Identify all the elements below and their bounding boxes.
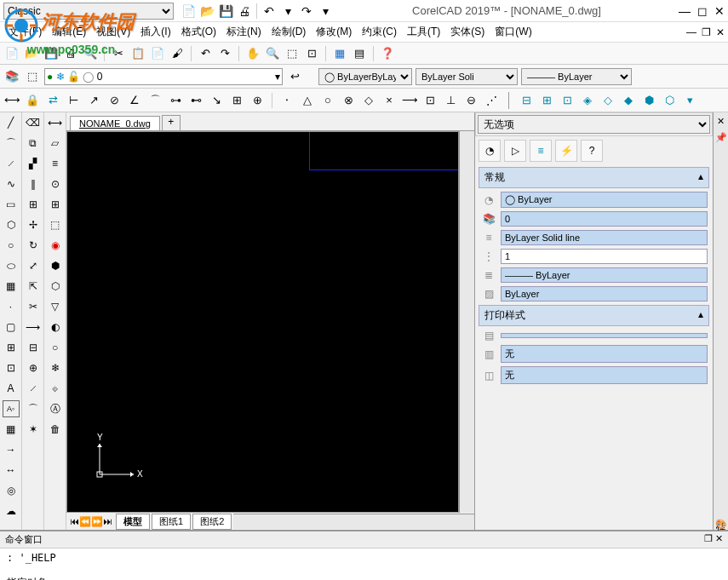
purge-button[interactable]: 🗑 [47, 421, 64, 438]
calc-button[interactable]: ⊞ [47, 196, 64, 213]
prop-list-button[interactable]: ≡ [530, 140, 552, 162]
dim-angular-button[interactable]: ∠ [126, 92, 143, 109]
view-more-button[interactable]: ▾ [681, 92, 698, 109]
prop-linetype-value[interactable]: ByLayer Solid line [501, 230, 708, 245]
dim-style-button[interactable]: ⟐ [47, 380, 64, 397]
prop-color-value[interactable]: ◯ ByLayer [501, 192, 708, 208]
vertical-scrollbar[interactable] [459, 131, 474, 513]
copy-button[interactable]: 📋 [129, 45, 146, 62]
snap-node-button[interactable]: ⊗ [340, 92, 357, 109]
fillet-button[interactable]: ⌒ [25, 400, 42, 417]
spline-button[interactable]: ∿ [3, 175, 20, 192]
select-button[interactable]: ⬚ [47, 216, 64, 233]
new-button[interactable]: 📄 [3, 45, 20, 62]
redo-dropdown-icon[interactable]: ▾ [318, 3, 333, 19]
horizontal-scrollbar[interactable] [233, 514, 474, 529]
extend-button[interactable]: ⟶ [25, 319, 42, 336]
section-print[interactable]: 打印样式▴ [479, 305, 709, 326]
snap-tangent-button[interactable]: ⊖ [462, 92, 479, 109]
dim-radius-button[interactable]: ↗ [85, 92, 102, 109]
help-button[interactable]: ❓ [379, 45, 396, 62]
menu-window[interactable]: 窗口(W) [490, 23, 536, 41]
undo-dropdown-icon[interactable]: ▾ [280, 3, 295, 19]
undo-button[interactable]: ↶ [197, 45, 214, 62]
cut-button[interactable]: ✂ [110, 45, 127, 62]
prop-filter-button[interactable]: ⚡ [555, 140, 577, 162]
view-swiso-button[interactable]: ◇ [599, 92, 616, 109]
qselect-button[interactable]: ◉ [47, 237, 64, 254]
text-button[interactable]: A [3, 380, 20, 397]
prop-layer-value[interactable]: 0 [501, 211, 708, 227]
array-button[interactable]: ⊞ [25, 196, 42, 213]
text-style-button[interactable]: Ⓐ [47, 400, 64, 417]
chamfer-button[interactable]: ⟋ [25, 380, 42, 397]
explode-button[interactable]: ✶ [25, 421, 42, 438]
insert-button[interactable]: ⊡ [3, 359, 20, 376]
model-tab[interactable]: 模型 [116, 514, 150, 530]
stretch-button[interactable]: ⇱ [25, 278, 42, 295]
lock-button[interactable]: 🔒 [24, 92, 41, 109]
rotate-button[interactable]: ↻ [25, 237, 42, 254]
menu-view[interactable]: 视图(V) [91, 23, 135, 41]
close-icon[interactable]: ✕ [714, 4, 725, 18]
region-button[interactable]: ▢ [3, 319, 20, 336]
snap-midpoint-button[interactable]: △ [299, 92, 316, 109]
save-icon[interactable]: 💾 [218, 3, 233, 19]
snap-quadrant-button[interactable]: ◇ [360, 92, 377, 109]
prop-scale-value[interactable]: 1 [501, 249, 708, 264]
table-button[interactable]: ▦ [3, 421, 20, 438]
ungroup-button[interactable]: ⬡ [47, 278, 64, 295]
copy-obj-button[interactable]: ⧉ [25, 135, 42, 152]
id-button[interactable]: ⊙ [47, 175, 64, 192]
scale-button[interactable]: ⤢ [25, 257, 42, 274]
prop-pick-button[interactable]: ▷ [504, 140, 526, 162]
ellipse-button[interactable]: ⬭ [3, 257, 20, 274]
menu-modify[interactable]: 修改(M) [311, 23, 357, 41]
prop-printstyle-value[interactable] [501, 333, 708, 338]
arc-button[interactable]: ⌒ [3, 135, 20, 152]
layer-frz-button[interactable]: ❄ [47, 359, 64, 376]
prop-transparency-value[interactable]: ByLayer [501, 286, 708, 301]
child-minimize-icon[interactable]: — [686, 26, 696, 38]
linetype-combo[interactable]: ByLayer Soli [416, 68, 518, 85]
print-icon[interactable]: 🖨 [237, 3, 252, 19]
prop-toggle-button[interactable]: ◔ [479, 140, 501, 162]
preview-button[interactable]: 🔍 [82, 45, 99, 62]
undo-icon[interactable]: ↶ [261, 3, 277, 19]
zoom-window-button[interactable]: ⬚ [284, 45, 301, 62]
open-icon[interactable]: 📂 [199, 3, 215, 19]
new-icon[interactable]: 📄 [181, 3, 196, 19]
move-button[interactable]: ✢ [25, 216, 42, 233]
layer-combo[interactable]: ● ❄ 🔓 ◯ 0 ▾ [44, 68, 283, 85]
center-mark-button[interactable]: ⊕ [249, 92, 266, 109]
rectangle-button[interactable]: ▭ [3, 196, 20, 213]
design-center-button[interactable]: ▤ [351, 45, 368, 62]
dim-ord-button[interactable]: ⊢ [65, 92, 82, 109]
leader-button[interactable]: ↘ [208, 92, 225, 109]
hatch-button[interactable]: ▦ [3, 278, 20, 295]
area-button[interactable]: ▱ [47, 135, 64, 152]
redo-icon[interactable]: ↷ [299, 3, 314, 19]
view-nwiso-button[interactable]: ⬢ [640, 92, 657, 109]
file-tab[interactable]: NONAME_0.dwg [70, 116, 160, 130]
save-button[interactable]: 💾 [43, 45, 60, 62]
menu-file[interactable]: 文件(F) [3, 23, 47, 41]
workspace-selector[interactable]: Classic [3, 3, 174, 20]
drawing-canvas[interactable]: X Y [66, 131, 459, 513]
sheet2-tab[interactable]: 图纸2 [192, 514, 232, 530]
palette-icon[interactable]: 🎨 [715, 519, 727, 530]
color-combo[interactable]: ◯ ByLayerByLayer [318, 68, 412, 85]
sheet1-tab[interactable]: 图纸1 [152, 514, 191, 530]
dim-baseline-button[interactable]: ⊷ [187, 92, 204, 109]
snap-perp-button[interactable]: ⊥ [442, 92, 459, 109]
cmd-dock-icon[interactable]: ❐ [704, 533, 713, 543]
snap-extension-button[interactable]: ⟶ [401, 92, 418, 109]
properties-button[interactable]: ▦ [331, 45, 348, 62]
layer-iso-button[interactable]: ◐ [47, 319, 64, 336]
layer-off-button[interactable]: ○ [47, 339, 64, 356]
view-seiso-button[interactable]: ⬡ [661, 92, 678, 109]
lineweight-combo[interactable]: ——— ByLayer [521, 68, 632, 85]
child-close-icon[interactable]: ✕ [716, 26, 725, 38]
child-restore-icon[interactable]: ❐ [702, 26, 711, 38]
layer-manager-button[interactable]: 📚 [3, 68, 20, 85]
